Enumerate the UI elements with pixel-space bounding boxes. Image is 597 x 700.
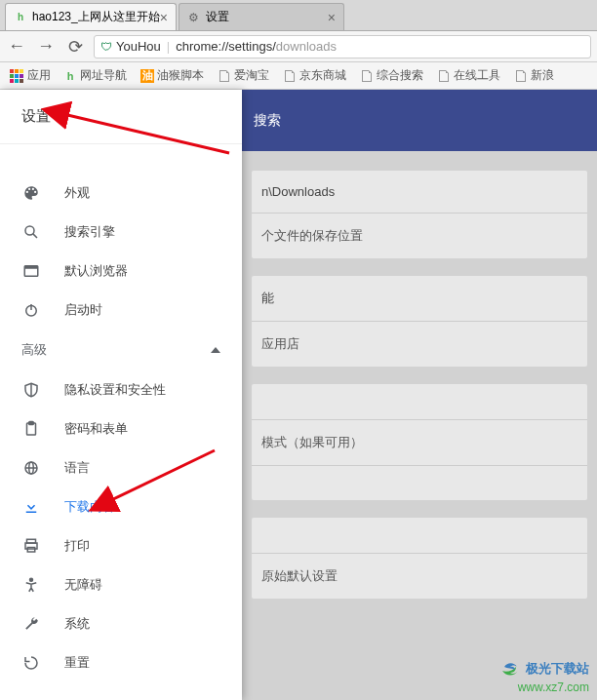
browser-tab-strip: h hao123_上网从这里开始 × ⚙ 设置 ×	[0, 0, 597, 31]
settings-row[interactable]	[252, 384, 587, 419]
sidebar-item-passwords[interactable]: 密码和表单	[0, 409, 242, 448]
sidebar-item-accessibility[interactable]: 无障碍	[0, 565, 242, 604]
wrench-icon	[21, 615, 41, 633]
sidebar-item-language[interactable]: 语言	[0, 448, 242, 487]
watermark: 极光下载站 www.xz7.com	[498, 657, 589, 694]
address-bar[interactable]: 🛡 YouHou | chrome://settings/downloads	[94, 35, 591, 58]
oil-icon: 油	[140, 69, 154, 83]
bookmark-item[interactable]: 综合搜索	[355, 67, 428, 84]
settings-page-body: n\Downloads 个文件的保存位置 能 应用店 模式（如果可用） 原始默认…	[242, 151, 597, 700]
forward-button[interactable]: →	[35, 36, 57, 58]
bookmark-item[interactable]: 爱淘宝	[213, 67, 274, 84]
back-button[interactable]: ←	[6, 36, 27, 58]
settings-row[interactable]: 个文件的保存位置	[252, 213, 587, 258]
settings-card: 原始默认设置	[252, 518, 587, 599]
watermark-brand: 极光下载站	[526, 660, 589, 678]
hao123-favicon-icon: h	[63, 69, 77, 83]
sidebar-item-search-engine[interactable]: 搜索引擎	[0, 213, 242, 252]
settings-card: 能 应用店	[252, 276, 587, 367]
settings-row[interactable]: 应用店	[252, 321, 587, 367]
omnibox-url-path: chrome://settings/	[176, 39, 276, 54]
file-icon	[437, 69, 451, 83]
apps-button[interactable]: 应用	[6, 67, 55, 84]
settings-card: 模式（如果可用）	[252, 384, 587, 500]
sidebar-item-startup[interactable]: 启动时	[0, 291, 242, 330]
sidebar-item-label: 启动时	[64, 301, 102, 319]
browser-toolbar: ← → ⟳ 🛡 YouHou | chrome://settings/downl…	[0, 31, 597, 62]
apps-grid-icon	[10, 69, 23, 83]
sidebar-item-label: 无障碍	[64, 576, 102, 594]
sidebar-item-downloads[interactable]: 下载内容	[0, 487, 242, 526]
shield-icon: 🛡	[100, 40, 112, 54]
hao123-favicon-icon: h	[14, 11, 27, 24]
svg-rect-11	[26, 512, 37, 514]
sidebar-item-label: 密码和表单	[64, 420, 128, 438]
sidebar-item-appearance[interactable]: 外观	[0, 174, 242, 213]
chevron-up-icon	[211, 347, 220, 353]
settings-row[interactable]: 原始默认设置	[252, 553, 587, 599]
sidebar-item-label: 默认浏览器	[64, 262, 128, 280]
bookmark-item[interactable]: 京东商城	[278, 67, 351, 84]
print-icon	[21, 537, 41, 555]
close-icon[interactable]: ×	[328, 10, 336, 25]
svg-rect-7	[29, 422, 34, 425]
bookmark-item[interactable]: 在线工具	[432, 67, 505, 84]
sidebar-section-advanced[interactable]: 高级	[0, 330, 242, 370]
settings-sidebar: 设置 外观 搜索引擎 默认浏览器 启动时 高级 隐私设置和安全性 密码和	[0, 90, 242, 700]
file-icon	[218, 69, 231, 83]
sidebar-item-label: 外观	[64, 184, 90, 202]
svg-line-1	[33, 234, 37, 238]
close-icon[interactable]: ×	[160, 10, 168, 25]
download-icon	[21, 498, 41, 516]
palette-icon	[21, 184, 41, 202]
omnibox-brand: YouHou	[116, 39, 161, 54]
settings-row[interactable]: 能	[252, 276, 587, 321]
bookmark-item[interactable]: h网址导航	[59, 67, 132, 84]
sidebar-item-privacy[interactable]: 隐私设置和安全性	[0, 370, 242, 409]
sidebar-item-label: 搜索引擎	[64, 223, 115, 241]
settings-row[interactable]: 模式（如果可用）	[252, 419, 587, 465]
tab-hao123[interactable]: h hao123_上网从这里开始 ×	[5, 3, 177, 30]
settings-card: n\Downloads 个文件的保存位置	[252, 171, 587, 258]
watermark-url: www.xz7.com	[498, 681, 589, 694]
reload-button[interactable]: ⟳	[64, 36, 86, 58]
header-search-label: 搜索	[254, 112, 281, 130]
globe-icon	[21, 459, 41, 477]
omnibox-url-sub: downloads	[276, 39, 337, 54]
sidebar-item-label: 打印	[64, 537, 90, 555]
tab-settings[interactable]: ⚙ 设置 ×	[179, 3, 344, 30]
settings-row[interactable]	[252, 518, 587, 553]
gear-icon: ⚙	[187, 11, 201, 24]
restore-icon	[21, 654, 41, 672]
svg-point-15	[30, 578, 33, 581]
accessibility-icon	[21, 576, 41, 594]
sidebar-item-label: 隐私设置和安全性	[64, 381, 166, 399]
bookmark-item[interactable]: 新浪	[509, 67, 559, 84]
file-icon	[283, 69, 297, 83]
sidebar-item-label: 语言	[64, 459, 90, 477]
tab-title: 设置	[206, 9, 229, 25]
browser-icon	[21, 262, 41, 280]
search-icon	[21, 223, 41, 241]
clipboard-icon	[21, 420, 41, 438]
sidebar-item-system[interactable]: 系统	[0, 604, 242, 643]
bookmarks-bar: 应用 h网址导航 油油猴脚本 爱淘宝 京东商城 综合搜索 在线工具 新浪	[0, 62, 597, 90]
svg-point-0	[25, 226, 34, 235]
sidebar-item-label: 系统	[64, 615, 90, 633]
sidebar-item-default-browser[interactable]: 默认浏览器	[0, 252, 242, 291]
sidebar-item-reset[interactable]: 重置	[0, 643, 242, 682]
shield-icon	[21, 381, 41, 399]
file-icon	[360, 69, 374, 83]
bookmark-item[interactable]: 油油猴脚本	[136, 67, 209, 84]
sidebar-item-label: 下载内容	[64, 498, 115, 516]
sidebar-item-label: 重置	[64, 654, 90, 672]
settings-row[interactable]: n\Downloads	[252, 171, 587, 213]
sidebar-title: 设置	[0, 90, 242, 144]
logo-icon	[498, 657, 522, 681]
sidebar-item-print[interactable]: 打印	[0, 526, 242, 565]
svg-rect-3	[24, 266, 38, 269]
settings-row[interactable]	[252, 465, 587, 500]
tab-title: hao123_上网从这里开始	[32, 9, 160, 25]
power-icon	[21, 301, 41, 319]
content-area: 搜索 n\Downloads 个文件的保存位置 能 应用店 模式（如果可用） 原…	[0, 90, 597, 700]
